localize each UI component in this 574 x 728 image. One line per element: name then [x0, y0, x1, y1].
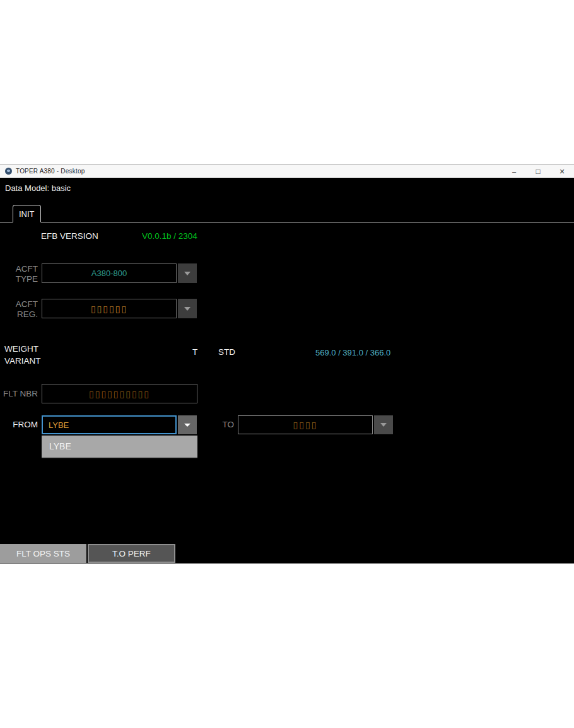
minimize-button[interactable]: – [502, 165, 526, 178]
acft-reg-label: ACFT REG. [0, 299, 38, 320]
efb-version-label: EFB VERSION [41, 231, 98, 241]
window-title: TOPER A380 - Desktop [16, 168, 85, 175]
acft-type-label: ACFT TYPE [0, 264, 38, 284]
weight-unit-label: T [192, 347, 197, 357]
to-label: TO [196, 420, 234, 429]
app-icon [5, 168, 12, 175]
weight-variant-label: WEIGHT VARIANT [4, 343, 42, 367]
page: TOPER A380 - Desktop – □ ✕ Data Model: b… [0, 0, 574, 728]
data-model-label: Data Model: basic [5, 183, 71, 193]
chevron-down-icon[interactable] [178, 415, 197, 434]
tab-init[interactable]: INIT [13, 205, 41, 222]
flt-nbr-label: FLT NBR [0, 389, 38, 398]
from-dropdown-item[interactable]: LYBE [42, 436, 197, 457]
tab-strip: INIT [0, 205, 574, 222]
from-label: FROM [0, 420, 38, 429]
window-controls: – □ ✕ [502, 165, 574, 178]
weight-std-values: 569.0 / 391.0 / 366.0 [315, 348, 390, 357]
footer-buttons: FLT OPS STS T.O PERF [0, 544, 175, 563]
weight-std-label: STD [218, 347, 235, 357]
window-content: Data Model: basic INIT EFB VERSION V0.0.… [0, 178, 574, 563]
from-dropdown-list: LYBE [42, 436, 197, 458]
efb-version-value: V0.0.1b / 2304 [142, 231, 197, 241]
titlebar: TOPER A380 - Desktop – □ ✕ [0, 164, 574, 178]
from-combobox[interactable]: LYBE [42, 415, 197, 434]
from-value[interactable]: LYBE [42, 415, 177, 434]
maximize-button[interactable]: □ [526, 165, 550, 178]
flt-ops-sts-button[interactable]: FLT OPS STS [0, 544, 86, 563]
chevron-down-icon[interactable] [178, 263, 197, 283]
to-value[interactable]: ▯▯▯▯ [238, 415, 373, 434]
chevron-down-icon[interactable] [374, 415, 393, 434]
flt-nbr-value: ▯▯▯▯▯▯▯▯▯▯ [89, 389, 150, 399]
close-button[interactable]: ✕ [550, 165, 574, 178]
acft-type-value[interactable]: A380-800 [42, 263, 177, 283]
to-perf-button[interactable]: T.O PERF [88, 544, 175, 563]
acft-reg-value[interactable]: ▯▯▯▯▯▯ [42, 299, 177, 318]
acft-type-combobox[interactable]: A380-800 [42, 263, 197, 283]
chevron-down-icon[interactable] [178, 299, 197, 318]
acft-reg-combobox[interactable]: ▯▯▯▯▯▯ [42, 299, 197, 318]
flt-nbr-input[interactable]: ▯▯▯▯▯▯▯▯▯▯ [42, 384, 197, 403]
app-window: TOPER A380 - Desktop – □ ✕ Data Model: b… [0, 164, 574, 563]
to-combobox[interactable]: ▯▯▯▯ [238, 415, 393, 434]
